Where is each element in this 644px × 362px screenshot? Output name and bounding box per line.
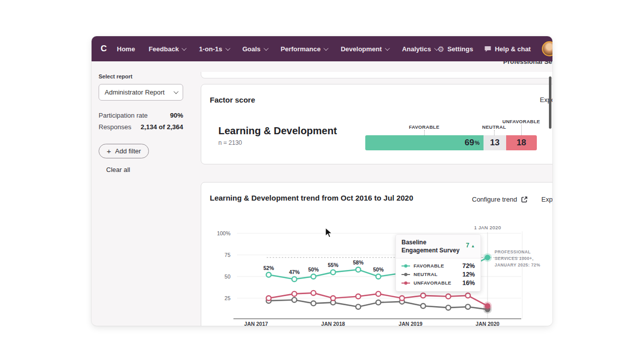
trend-export-link[interactable]: Export: [541, 196, 552, 203]
trend-card-title: Learning & Development trend from Oct 20…: [210, 194, 413, 202]
favorable-percent-sign: %: [475, 140, 480, 146]
add-filter-label: Add filter: [115, 147, 141, 155]
participation-rate-label: Participation rate: [99, 112, 148, 119]
tooltip-series-label: UNFAVORABLE: [414, 280, 462, 286]
tooltip-series-label: FAVORABLE: [414, 263, 462, 268]
factor-score-bar: 69% 13 18: [365, 135, 537, 150]
svg-text:JAN 2020: JAN 2020: [475, 321, 499, 326]
tooltip-series-value: 16%: [462, 280, 475, 287]
chart-tooltip: Baseline Engagement Survey 7 ▲ FAVORABLE…: [395, 234, 481, 292]
favorable-bar-segment[interactable]: 69%: [365, 135, 484, 150]
chevron-down-icon: [225, 46, 230, 51]
nav-item-analytics[interactable]: Analytics: [402, 45, 438, 53]
content-area: Select report Administrator Report Parti…: [92, 61, 552, 326]
nav-item-label: 1-on-1s: [199, 45, 222, 53]
participation-rate-value: 90%: [170, 112, 183, 119]
tooltip-title: Baseline Engagement Survey: [401, 239, 461, 254]
help-chat-menu-item[interactable]: Help & chat: [484, 45, 531, 53]
factor-name: Learning & Development: [218, 125, 337, 137]
top-navbar: C HomeFeedback1-on-1sGoalsPerformanceDev…: [92, 36, 552, 61]
nav-item-label: Analytics: [402, 45, 431, 53]
report-select-value: Administrator Report: [105, 88, 165, 96]
nav-item-1-on-1s[interactable]: 1-on-1s: [199, 45, 228, 53]
chat-bubble-icon: [484, 46, 492, 52]
nav-right-group: ⚙ Settings Help & chat: [438, 41, 552, 56]
svg-text:50%: 50%: [308, 266, 319, 273]
svg-text:25: 25: [224, 295, 230, 301]
svg-text:52%: 52%: [263, 265, 274, 271]
tooltip-rows: FAVORABLE72%NEUTRAL12%UNFAVORABLE16%: [396, 258, 480, 291]
nav-item-development[interactable]: Development: [341, 45, 388, 53]
chevron-down-icon: [385, 46, 390, 51]
main-report-area: Professional Services Factor score Expor…: [200, 61, 552, 326]
settings-menu-item[interactable]: ⚙ Settings: [438, 45, 473, 53]
vertical-scrollbar-thumb[interactable]: [549, 76, 551, 129]
factor-sample-size: n = 2130: [218, 139, 242, 146]
tooltip-delta: 7 ▲: [466, 242, 475, 249]
responses-row: Responses 2,134 of 2,364: [99, 123, 183, 131]
responses-value: 2,134 of 2,364: [140, 123, 183, 131]
tooltip-series-label: NEUTRAL: [414, 272, 462, 277]
responses-label: Responses: [99, 123, 131, 131]
app-window: C HomeFeedback1-on-1sGoalsPerformanceDev…: [92, 36, 552, 326]
brand-logo-icon[interactable]: C: [101, 43, 107, 54]
report-stats: Participation rate 90% Responses 2,134 o…: [99, 112, 193, 131]
clear-all-link[interactable]: Clear all: [106, 166, 130, 173]
unfavorable-segment-label: UNFAVORABLE: [503, 119, 540, 124]
neutral-segment-label: NEUTRAL: [482, 124, 506, 130]
tooltip-delta-value: 7: [466, 242, 469, 249]
neutral-value: 13: [490, 138, 500, 148]
add-filter-button[interactable]: + Add filter: [99, 144, 149, 158]
svg-text:JAN 2019: JAN 2019: [398, 321, 422, 326]
trend-chart[interactable]: 100%7550251 JAN 2020JAN 2017JAN 2018JAN …: [216, 224, 548, 326]
nav-item-label: Performance: [281, 45, 320, 53]
plus-icon: +: [107, 147, 111, 155]
nav-item-label: Home: [117, 45, 135, 53]
nav-item-label: Feedback: [148, 45, 179, 53]
favorable-segment-label: FAVORABLE: [409, 124, 440, 130]
nav-item-performance[interactable]: Performance: [281, 45, 327, 53]
help-chat-label: Help & chat: [495, 45, 531, 53]
configure-trend-link[interactable]: Configure trend: [472, 196, 528, 203]
trend-card: Learning & Development trend from Oct 20…: [201, 182, 552, 326]
configure-trend-label: Configure trend: [472, 196, 517, 203]
user-avatar[interactable]: [542, 41, 552, 56]
tooltip-header: Baseline Engagement Survey 7 ▲: [396, 235, 480, 258]
select-report-label: Select report: [99, 73, 193, 79]
favorable-connector-line: [424, 130, 425, 135]
report-select-dropdown[interactable]: Administrator Report: [99, 84, 183, 101]
report-sidebar: Select report Administrator Report Parti…: [92, 61, 200, 326]
series-marker-icon: [401, 281, 410, 285]
svg-text:58%: 58%: [353, 259, 364, 265]
svg-text:1 JAN 2020: 1 JAN 2020: [474, 225, 501, 230]
unfavorable-bar-segment[interactable]: 18: [506, 135, 537, 150]
nav-items: HomeFeedback1-on-1sGoalsPerformanceDevel…: [117, 45, 437, 53]
unfavorable-connector-line: [521, 125, 522, 135]
svg-text:JAN 2018: JAN 2018: [321, 321, 345, 326]
svg-text:47%: 47%: [289, 269, 300, 275]
benchmark-annotation: PROFESSIONALSERVICES 1000+,JANUARY 2025:…: [495, 249, 549, 269]
nav-item-label: Goals: [243, 45, 261, 53]
tooltip-row-favorable: FAVORABLE72%: [401, 261, 475, 270]
participation-rate-row: Participation rate 90%: [99, 112, 183, 119]
nav-item-home[interactable]: Home: [117, 45, 135, 53]
delta-up-icon: ▲: [471, 244, 475, 248]
series-marker-icon: [401, 273, 410, 277]
neutral-bar-segment[interactable]: 13: [484, 135, 506, 150]
nav-item-feedback[interactable]: Feedback: [148, 45, 185, 53]
series-marker-icon: [401, 264, 410, 268]
svg-text:JAN 2017: JAN 2017: [244, 321, 268, 326]
tooltip-series-value: 12%: [462, 271, 475, 278]
tooltip-row-unfavorable: UNFAVORABLE16%: [401, 279, 475, 287]
scrolled-card-edge: [201, 72, 552, 78]
svg-text:50%: 50%: [373, 266, 384, 273]
nav-item-label: Development: [341, 45, 382, 53]
tooltip-series-value: 72%: [462, 262, 475, 269]
svg-text:50: 50: [224, 274, 230, 280]
tooltip-row-neutral: NEUTRAL12%: [401, 270, 475, 279]
settings-label: Settings: [447, 45, 473, 53]
page: C HomeFeedback1-on-1sGoalsPerformanceDev…: [0, 0, 644, 362]
svg-text:75: 75: [224, 252, 230, 258]
nav-item-goals[interactable]: Goals: [243, 45, 267, 53]
external-link-icon: [521, 196, 528, 203]
